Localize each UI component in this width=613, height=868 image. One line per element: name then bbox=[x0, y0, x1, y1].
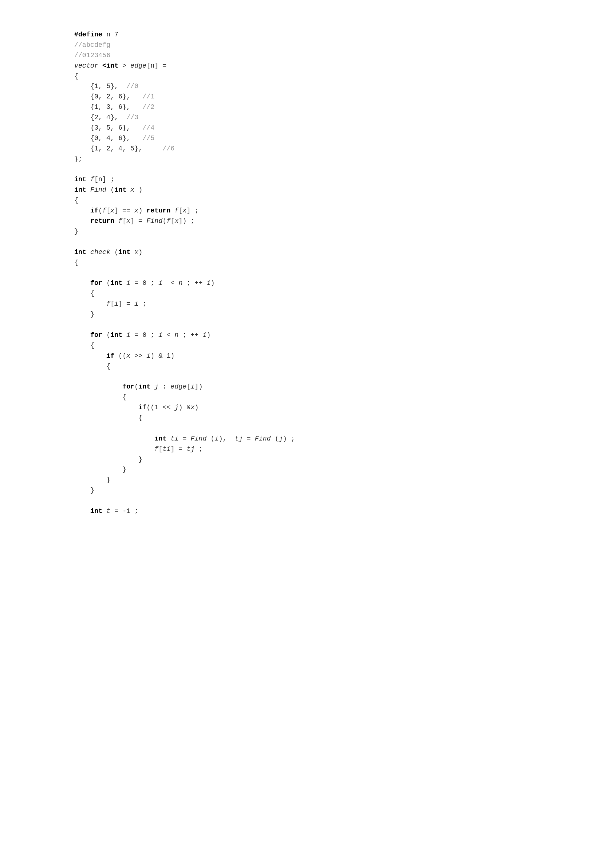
code-text: ] == bbox=[115, 207, 135, 214]
code-text: x bbox=[135, 207, 138, 214]
code-text: i bbox=[190, 383, 195, 391]
code-text: { bbox=[74, 342, 94, 349]
code-text: ( bbox=[135, 383, 138, 391]
code-text: { bbox=[74, 393, 126, 401]
code-line: {0, 2, 6}, //1 bbox=[74, 92, 613, 102]
code-text: = -1 ; bbox=[110, 507, 138, 515]
code-line: { bbox=[74, 361, 613, 372]
code-text: tj bbox=[235, 435, 243, 442]
code-text: [ bbox=[170, 217, 175, 225]
code-text: n bbox=[179, 279, 183, 287]
code-text: f bbox=[86, 176, 94, 183]
code-text bbox=[74, 404, 138, 411]
code-line: vector <int > edge[n] = bbox=[74, 61, 613, 71]
code-text bbox=[86, 186, 90, 194]
code-text: edge bbox=[130, 62, 146, 70]
code-text: [ bbox=[179, 207, 183, 214]
code-text: ; ++ bbox=[183, 279, 207, 287]
code-text: n bbox=[175, 331, 179, 339]
code-text: i bbox=[122, 331, 131, 339]
code-text: { bbox=[74, 197, 78, 204]
code-text: vector bbox=[74, 62, 102, 70]
code-line: int check (int x) bbox=[74, 247, 613, 258]
code-line-blank bbox=[74, 496, 613, 506]
code-text: {1, 2, 4, 5}, bbox=[74, 145, 163, 152]
code-text: } bbox=[74, 487, 94, 494]
comment-text: //0123456 bbox=[74, 52, 110, 59]
code-text: [n] = bbox=[146, 62, 166, 70]
code-line: } bbox=[74, 465, 613, 475]
code-text: { bbox=[74, 363, 110, 370]
code-text: x bbox=[175, 217, 179, 225]
code-text: ( bbox=[98, 207, 102, 214]
code-text bbox=[74, 435, 155, 442]
code-text: i bbox=[158, 279, 163, 287]
code-text: }; bbox=[74, 155, 82, 163]
code-line: {3, 5, 6}, //4 bbox=[74, 123, 613, 133]
code-text bbox=[74, 217, 90, 225]
code-text: Find bbox=[255, 435, 271, 442]
code-text: > bbox=[118, 62, 130, 70]
code-text: f bbox=[102, 207, 107, 214]
code-line: f[ti] = tj ; bbox=[74, 444, 613, 455]
code-line: {1, 3, 6}, //2 bbox=[74, 102, 613, 113]
code-text: ) bbox=[138, 248, 142, 256]
code-text: } bbox=[74, 228, 78, 235]
code-text: ]) bbox=[195, 383, 203, 391]
code-text: t bbox=[102, 507, 111, 515]
code-line-blank bbox=[74, 423, 613, 434]
code-text: f bbox=[74, 300, 110, 307]
keyword: for bbox=[90, 279, 102, 287]
code-text: ( bbox=[163, 217, 167, 225]
code-line: int t = -1 ; bbox=[74, 506, 613, 517]
code-text: } bbox=[74, 310, 94, 318]
keyword: int bbox=[110, 331, 122, 339]
code-text: [ bbox=[122, 217, 127, 225]
code-text: < bbox=[163, 331, 175, 339]
code-text: [ bbox=[186, 383, 190, 391]
code-line: } bbox=[74, 455, 613, 465]
keyword: int bbox=[155, 435, 166, 442]
code-text: = bbox=[179, 435, 190, 442]
code-text: x bbox=[126, 186, 135, 194]
code-line-blank bbox=[74, 164, 613, 175]
code-text: Find bbox=[90, 186, 106, 194]
comment-text: //0 bbox=[126, 82, 138, 90]
code-text: { bbox=[74, 290, 94, 297]
keyword: if bbox=[138, 404, 147, 411]
code-text: ) bbox=[135, 186, 142, 194]
code-text: {1, 3, 6}, bbox=[74, 103, 142, 111]
code-text: : bbox=[158, 383, 170, 391]
keyword: int bbox=[118, 248, 130, 256]
code-text: = 0 ; bbox=[130, 279, 158, 287]
code-line: for (int i = 0 ; i < n ; ++ i) bbox=[74, 330, 613, 341]
code-text: } bbox=[74, 466, 126, 473]
code-text: j bbox=[279, 435, 283, 442]
code-text: f bbox=[115, 217, 122, 225]
code-line: int ti = Find (i), tj = Find (j) ; bbox=[74, 434, 613, 444]
code-text: i bbox=[135, 300, 138, 307]
code-text: ; ++ bbox=[179, 331, 203, 339]
comment-text: //2 bbox=[142, 103, 155, 111]
code-text bbox=[74, 507, 90, 515]
code-line: int f[n] ; bbox=[74, 175, 613, 185]
code-text: { bbox=[74, 414, 142, 422]
code-text: ( bbox=[110, 248, 118, 256]
code-text bbox=[74, 279, 90, 287]
comment-text: //4 bbox=[142, 124, 155, 132]
code-text: x bbox=[110, 207, 115, 214]
code-text: {2, 4}, bbox=[74, 114, 126, 121]
keyword: #define bbox=[74, 31, 102, 38]
code-text: j bbox=[175, 404, 179, 411]
keyword: int bbox=[74, 186, 86, 194]
code-text: ), bbox=[219, 435, 235, 442]
code-text: i bbox=[158, 331, 163, 339]
code-text: {3, 5, 6}, bbox=[74, 124, 142, 132]
keyword: int bbox=[90, 507, 102, 515]
code-line: }; bbox=[74, 154, 613, 164]
code-text: x bbox=[130, 248, 138, 256]
code-line: { bbox=[74, 288, 613, 299]
code-text: ((1 << bbox=[146, 404, 175, 411]
code-text: x bbox=[190, 404, 195, 411]
keyword: if bbox=[106, 352, 115, 360]
